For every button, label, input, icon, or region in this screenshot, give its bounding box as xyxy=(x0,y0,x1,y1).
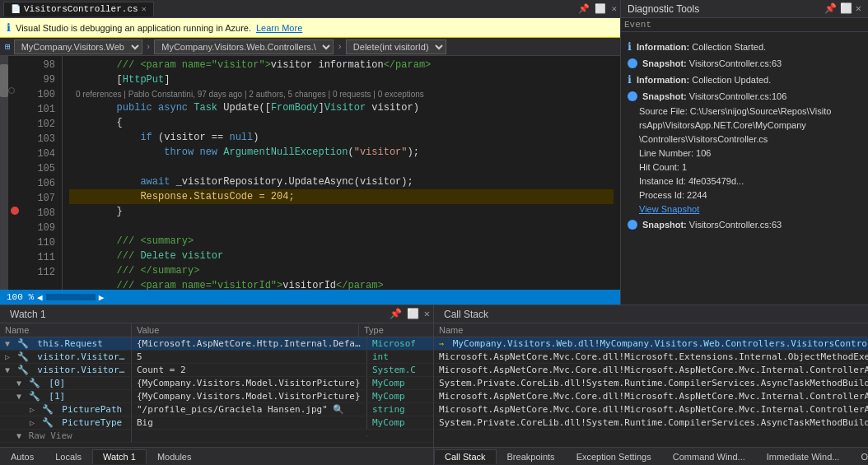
tab-close-icon[interactable]: ✕ xyxy=(142,4,147,14)
expand-icon-4: ▼ xyxy=(16,379,21,388)
editor-tab-active[interactable]: 📄 VisitorsController.cs ✕ xyxy=(3,2,154,16)
diagnostic-header: Diagnostic Tools 📌 ⬜ ✕ xyxy=(621,0,868,18)
zoom-slider[interactable] xyxy=(46,294,96,300)
watch-panel-actions: 📌 ⬜ ✕ xyxy=(390,308,430,320)
watch-cell-type-2: int xyxy=(367,351,433,363)
info-text: Visual Studio is debugging an applicatio… xyxy=(16,23,251,33)
diag-close-icon[interactable]: ✕ xyxy=(856,2,861,15)
watch-cell-name-5: ▼ 🔧 [1] xyxy=(0,390,132,402)
cs-cell-name-5: Microsoft.AspNetCore.Mvc.Core.dll!Micros… xyxy=(434,403,868,416)
callstack-panel: Call Stack 📌 ⬜ ✕ Name Lang ⇒ MyCompany.V… xyxy=(434,305,868,465)
cs-row-1[interactable]: Microsoft.AspNetCore.Mvc.Core.dll!Micros… xyxy=(434,351,868,364)
watch-row-visitor-id[interactable]: ▷ 🔧 visitor.VisitorId 5 int xyxy=(0,351,433,364)
snap-source-file: Source File: C:\Users\nijog\Source\Repos… xyxy=(639,105,865,119)
line-numbers: 98 99 100 101 102 103 104 105 106 107 10… xyxy=(21,56,63,290)
cs-row-5[interactable]: Microsoft.AspNetCore.Mvc.Core.dll!Micros… xyxy=(434,403,868,416)
watch-cell-type-4: MyComp xyxy=(367,377,433,389)
watch-col-name: Name xyxy=(0,323,132,337)
watch-row-1[interactable]: ▼ 🔧 [1] {MyCompany.Visitors.Model.Visito… xyxy=(0,390,433,403)
code-line-100: public async Task Update([FromBody]Visit… xyxy=(69,100,614,115)
cs-header-name: Name xyxy=(434,323,868,337)
event-info-1: ℹ Information: Collection Started. xyxy=(624,39,865,55)
snap-process-id: Process Id: 2244 xyxy=(639,188,865,202)
info-icon: ℹ xyxy=(7,21,11,34)
prop-icon-2: 🔧 xyxy=(17,351,29,362)
watch-name-2: visitor.VisitorId xyxy=(37,351,130,362)
breadcrumb-class[interactable]: MyCompany.Visitors.Web.Controllers.\ xyxy=(154,40,334,54)
code-area: 98 99 100 101 102 103 104 105 106 107 10… xyxy=(0,56,620,290)
watch-tab-bar: Watch 1 📌 ⬜ ✕ xyxy=(0,305,433,323)
view-snapshot-link[interactable]: View Snapshot xyxy=(639,204,699,214)
maximize-icon[interactable]: ⬜ xyxy=(595,3,606,14)
diag-pin-icon[interactable]: 📌 xyxy=(824,2,837,15)
tab-output[interactable]: Output xyxy=(850,449,868,464)
watch-cell-name-3: ▼ 🔧 visitor.VisitorPicture xyxy=(0,364,132,376)
zoom-minus[interactable]: ◀ xyxy=(37,292,43,303)
prop-icon-7: 🔧 xyxy=(42,417,54,428)
watch-row-0[interactable]: ▼ 🔧 [0] {MyCompany.Visitors.Model.Visito… xyxy=(0,377,433,390)
code-panel: 📄 VisitorsController.cs ✕ 📌 ⬜ ✕ ℹ Visual… xyxy=(0,0,621,305)
expand-icon-8: ▼ xyxy=(16,431,21,440)
diagnostic-toolbar: 📌 ⬜ ✕ xyxy=(824,2,861,15)
watch-row-picture-path[interactable]: ▷ 🔧 PicturePath "/profile_pics/Graciela … xyxy=(0,403,433,416)
watch-table-header: Name Value Type xyxy=(0,323,433,337)
snapshot-dot-2 xyxy=(628,91,637,101)
watch-cell-name-2: ▷ 🔧 visitor.VisitorId xyxy=(0,351,132,363)
expand-icon-3: ▼ xyxy=(5,365,10,374)
cs-row-6[interactable]: System.Private.CoreLib.dll!System.Runtim… xyxy=(434,416,868,430)
pin-icon[interactable]: 📌 xyxy=(578,3,590,14)
tab-immediate-window[interactable]: Immediate Wind... xyxy=(756,449,851,464)
watch-cell-value-2: 5 xyxy=(132,351,367,363)
close-icon[interactable]: ✕ xyxy=(611,3,617,14)
zoom-level: 100 % xyxy=(7,292,34,302)
zoom-bar: 100 % ◀ ▶ xyxy=(0,290,620,305)
watch-row-picture-type[interactable]: ▷ 🔧 PictureType Big MyComp xyxy=(0,416,433,430)
code-content[interactable]: /// <param name="visitor">visitor inform… xyxy=(63,56,620,290)
breadcrumb-namespace[interactable]: MyCompany.Visitors.Web xyxy=(14,40,142,54)
breadcrumb-bar: ⊞ MyCompany.Visitors.Web › MyCompany.Vis… xyxy=(0,38,620,56)
cs-cell-name-3: System.Private.CoreLib.dll!System.Runtim… xyxy=(434,377,868,389)
tab-callstack[interactable]: Call Stack xyxy=(434,449,497,464)
prop-icon-3: 🔧 xyxy=(17,365,29,375)
tab-autos[interactable]: Autos xyxy=(0,449,44,464)
watch-row-this-request[interactable]: ▼ 🔧 this.Request {Microsoft.AspNetCore.H… xyxy=(0,337,433,351)
prop-icon-1: 🔧 xyxy=(17,338,29,349)
tab-command-window[interactable]: Command Wind... xyxy=(662,449,756,464)
cs-cell-name-4: Microsoft.AspNetCore.Mvc.Core.dll!Micros… xyxy=(434,390,868,402)
diagnostic-col-header: Event xyxy=(621,18,868,32)
cs-row-3[interactable]: System.Private.CoreLib.dll!System.Runtim… xyxy=(434,377,868,390)
watch-cell-type-6: string xyxy=(367,403,433,416)
watch-maximize-icon[interactable]: ⬜ xyxy=(407,308,419,320)
tab-watch1[interactable]: Watch 1 xyxy=(92,449,147,464)
zoom-plus[interactable]: ▶ xyxy=(99,292,105,303)
code-line-108 xyxy=(69,219,614,234)
watch-cell-value-3: Count = 2 xyxy=(132,364,367,376)
event-text-4: Snapshot: VisitorsController.cs:106 xyxy=(642,90,786,103)
event-info-2: ℹ Information: Collection Updated. xyxy=(624,72,865,88)
watch-row-raw-view[interactable]: ▼ Raw View xyxy=(0,430,433,443)
event-text-5: Snapshot: VisitorsController.cs:63 xyxy=(642,218,782,231)
tab-locals[interactable]: Locals xyxy=(44,449,92,464)
watch-row-visitor-picture[interactable]: ▼ 🔧 visitor.VisitorPicture Count = 2 Sys… xyxy=(0,364,433,377)
breadcrumb-method[interactable]: Delete(int visitorId) xyxy=(346,40,446,54)
watch-cell-name-6: ▷ 🔧 PicturePath xyxy=(0,403,132,416)
prop-icon-5: 🔧 xyxy=(29,391,40,402)
snap-line-number: Line Number: 106 xyxy=(639,146,865,160)
watch-pin-icon[interactable]: 📌 xyxy=(390,308,402,320)
cs-row-4[interactable]: Microsoft.AspNetCore.Mvc.Core.dll!Micros… xyxy=(434,390,868,403)
watch-cell-type-7: MyComp xyxy=(367,416,433,429)
watch-cell-type-3: System.C xyxy=(367,364,433,376)
editor-tab-bar: 📄 VisitorsController.cs ✕ 📌 ⬜ ✕ xyxy=(0,0,620,18)
watch-close-icon[interactable]: ✕ xyxy=(424,308,430,320)
learn-more-link[interactable]: Learn More xyxy=(256,23,302,33)
tab-modules[interactable]: Modules xyxy=(147,449,203,464)
vertical-scrollbar[interactable] xyxy=(0,56,8,290)
tab-breakpoints[interactable]: Breakpoints xyxy=(497,449,566,464)
cs-row-0[interactable]: ⇒ MyCompany.Visitors.Web.dll!MyCompany.V… xyxy=(434,337,868,351)
diag-maximize-icon[interactable]: ⬜ xyxy=(840,2,852,15)
snap-source-file-3: \Controllers\VisitorsController.cs xyxy=(639,133,865,146)
watch-cell-type-5: MyComp xyxy=(367,390,433,402)
cs-row-2[interactable]: Microsoft.AspNetCore.Mvc.Core.dll!Micros… xyxy=(434,364,868,377)
tab-exception-settings[interactable]: Exception Settings xyxy=(566,449,662,464)
prop-icon-6: 🔧 xyxy=(42,404,54,415)
